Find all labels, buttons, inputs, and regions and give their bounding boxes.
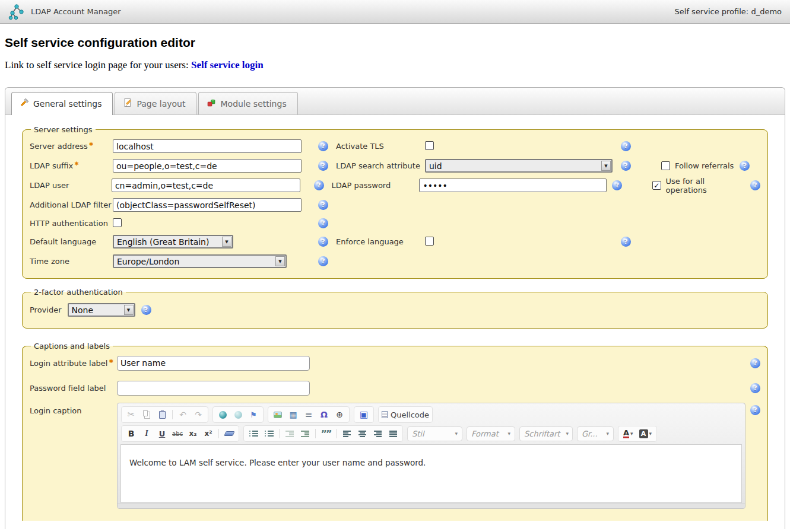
numbered-list-icon[interactable] <box>247 428 260 439</box>
help-icon[interactable]: ? <box>612 180 622 190</box>
tab-general-settings[interactable]: General settings <box>11 92 113 115</box>
default-language-label: Default language <box>30 237 113 246</box>
ldap-password-input[interactable] <box>419 179 607 192</box>
increase-indent-icon[interactable] <box>299 428 312 439</box>
help-icon[interactable]: ? <box>141 305 151 315</box>
help-icon[interactable]: ? <box>750 405 760 415</box>
maximize-icon[interactable]: ▣ <box>357 409 370 420</box>
blockquote-icon[interactable]: ”” <box>319 428 332 439</box>
additional-ldap-filter-label: Additional LDAP filter <box>30 200 113 209</box>
help-icon[interactable]: ? <box>621 141 631 151</box>
cut-icon[interactable]: ✂ <box>125 409 138 420</box>
form-row: HTTP authentication ? <box>30 215 760 232</box>
bulleted-list-icon[interactable] <box>262 428 275 439</box>
strikethrough-icon[interactable]: abc <box>171 428 184 439</box>
tab-module-settings[interactable]: Module settings <box>198 92 297 114</box>
style-dropdown[interactable]: Stil▾ <box>407 426 462 441</box>
editor-content-area[interactable]: Welcome to LAM self service. Please ente… <box>120 444 742 503</box>
default-language-select[interactable]: English (Great Britain)▼ <box>113 235 233 249</box>
help-icon[interactable]: ? <box>314 180 324 190</box>
tab-page-layout[interactable]: Page layout <box>115 92 196 114</box>
align-justify-icon[interactable] <box>386 428 399 439</box>
server-address-label: Server address✱ <box>30 141 113 151</box>
server-address-input[interactable] <box>113 139 302 153</box>
subscript-icon[interactable]: x₂ <box>186 428 199 439</box>
enforce-language-checkbox[interactable] <box>425 237 434 246</box>
ldap-suffix-input[interactable] <box>113 159 302 173</box>
required-marker: ✱ <box>109 358 113 364</box>
ldap-user-input[interactable] <box>112 179 300 192</box>
help-icon[interactable]: ? <box>318 256 328 266</box>
required-marker: ✱ <box>89 141 94 147</box>
additional-ldap-filter-input[interactable] <box>113 198 302 212</box>
required-marker: ✱ <box>74 161 79 167</box>
font-dropdown[interactable]: Schriftart▾ <box>519 426 573 441</box>
special-character-icon[interactable]: Ω <box>318 409 331 420</box>
form-row: Server address✱ ? Activate TLS ? <box>30 136 760 156</box>
general-settings-panel: Server settings Server address✱ ? Activa… <box>5 115 785 521</box>
http-authentication-label: HTTP authentication <box>30 219 113 228</box>
help-icon[interactable]: ? <box>318 200 328 210</box>
select-arrow-icon: ▼ <box>222 237 231 247</box>
help-icon[interactable]: ? <box>621 237 631 247</box>
source-button[interactable]: Quellcode <box>382 409 429 420</box>
help-icon[interactable]: ? <box>318 161 328 171</box>
password-field-label-input[interactable] <box>117 381 310 396</box>
activate-tls-checkbox[interactable] <box>425 141 434 150</box>
form-row: LDAP user ? LDAP password ? Use for all … <box>30 176 760 195</box>
align-left-icon[interactable] <box>340 428 353 439</box>
time-zone-select[interactable]: Europe/London▼ <box>113 254 287 268</box>
remove-format-icon[interactable] <box>223 428 236 439</box>
select-arrow-icon: ▼ <box>124 305 134 315</box>
lam-logo-icon <box>8 4 25 20</box>
paste-icon[interactable] <box>156 409 169 420</box>
help-icon[interactable]: ? <box>318 141 328 151</box>
provider-select[interactable]: None▼ <box>68 303 135 317</box>
redo-icon[interactable]: ↷ <box>192 409 205 420</box>
follow-referrals-checkbox[interactable] <box>661 161 670 170</box>
http-authentication-checkbox[interactable] <box>113 218 122 227</box>
two-factor-fieldset: 2-factor authentication Provider None▼ ? <box>22 288 768 329</box>
page-title: Self service configuration editor <box>5 36 790 50</box>
link-icon[interactable] <box>216 409 229 420</box>
form-row: Additional LDAP filter ? <box>30 195 760 215</box>
iframe-icon[interactable]: ⊕ <box>333 409 346 420</box>
form-row: Time zone Europe/London▼ ? <box>30 251 760 271</box>
help-icon[interactable]: ? <box>318 218 328 228</box>
image-icon[interactable] <box>271 409 284 420</box>
copy-icon[interactable] <box>140 409 153 420</box>
help-icon[interactable]: ? <box>318 237 328 247</box>
italic-icon[interactable]: I <box>140 428 153 439</box>
help-icon[interactable]: ? <box>750 383 760 393</box>
table-icon[interactable]: ▦ <box>287 409 300 420</box>
help-icon[interactable]: ? <box>621 161 631 171</box>
superscript-icon[interactable]: x² <box>202 428 215 439</box>
unlink-icon[interactable] <box>231 409 245 420</box>
login-attribute-label: Login attribute label✱ <box>30 358 117 368</box>
chevron-down-icon: ▾ <box>630 431 633 437</box>
anchor-icon[interactable]: ⚑ <box>247 409 260 420</box>
form-row: LDAP suffix✱ ? LDAP search attribute uid… <box>30 156 760 176</box>
size-dropdown[interactable]: Gr...▾ <box>577 426 614 441</box>
horizontal-rule-icon[interactable]: ≡ <box>302 409 315 420</box>
ldap-user-label: LDAP user <box>30 181 112 190</box>
text-color-button[interactable]: A▾ <box>621 428 635 439</box>
align-right-icon[interactable] <box>371 428 384 439</box>
decrease-indent-icon[interactable] <box>283 428 296 439</box>
self-service-login-link[interactable]: Self service login <box>191 59 264 71</box>
undo-icon[interactable]: ↶ <box>176 409 189 420</box>
help-icon[interactable]: ? <box>750 358 760 368</box>
background-color-button[interactable]: A▾ <box>637 428 654 439</box>
wrench-icon <box>20 98 29 109</box>
bold-icon[interactable]: B <box>125 428 138 439</box>
login-attribute-input[interactable] <box>117 356 310 371</box>
use-for-all-operations-checkbox[interactable] <box>652 181 661 190</box>
align-center-icon[interactable] <box>356 428 369 439</box>
format-dropdown[interactable]: Format▾ <box>467 426 515 441</box>
help-icon[interactable]: ? <box>740 161 750 171</box>
ldap-suffix-label: LDAP suffix✱ <box>30 161 113 170</box>
ldap-search-attribute-select[interactable]: uid▼ <box>425 159 613 173</box>
underline-icon[interactable]: U <box>156 428 169 439</box>
ldap-password-label: LDAP password <box>332 181 420 190</box>
help-icon[interactable]: ? <box>750 180 760 190</box>
